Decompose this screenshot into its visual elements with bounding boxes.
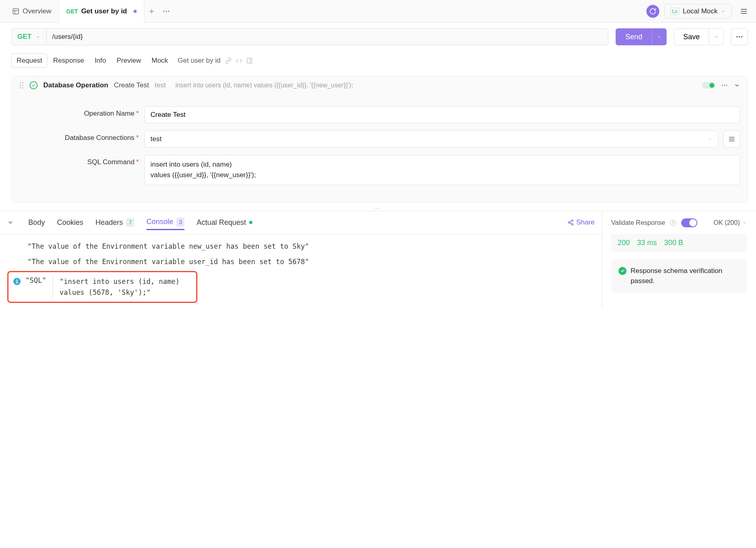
svg-point-13	[741, 36, 742, 37]
db-connections-value: test	[150, 135, 161, 143]
rtab-cookies[interactable]: Cookies	[57, 216, 83, 229]
method-select[interactable]: GET	[11, 28, 47, 45]
sub-tabs: Request Response Info Preview Mock Get u…	[0, 51, 756, 70]
check-icon	[30, 81, 38, 89]
chevron-down-icon	[707, 137, 712, 142]
subtab-response[interactable]: Response	[48, 54, 89, 68]
svg-line-31	[570, 221, 572, 222]
db-connections-menu-button[interactable]	[723, 131, 740, 148]
svg-point-12	[739, 36, 740, 37]
subtab-mock[interactable]: Mock	[147, 54, 173, 68]
send-button[interactable]: Send	[616, 28, 652, 45]
code-icon[interactable]	[236, 57, 242, 64]
link-icon[interactable]	[225, 57, 232, 64]
sync-button[interactable]	[646, 5, 659, 18]
tab-overview-label: Overview	[23, 7, 51, 15]
env-badge: Lo	[670, 8, 680, 15]
rtab-body[interactable]: Body	[28, 216, 45, 229]
operation-title: Database Operation	[43, 81, 108, 89]
response-stats: 200 33 ms 300 B	[611, 234, 747, 252]
svg-point-5	[163, 11, 165, 12]
info-icon: i	[13, 278, 21, 285]
rtab-console[interactable]: Console 3	[146, 215, 184, 230]
schema-verification: Response schema verification passed.	[611, 259, 747, 293]
add-tab-button[interactable]	[144, 4, 159, 19]
tab-more-button[interactable]	[159, 4, 174, 19]
db-connections-select[interactable]: test	[144, 131, 718, 148]
chevron-down-icon	[742, 220, 747, 225]
chevron-down-icon	[721, 9, 726, 14]
subtab-request[interactable]: Request	[11, 53, 47, 68]
tab-method: GET	[66, 8, 78, 15]
rtab-actual-request[interactable]: Actual Request	[197, 216, 252, 229]
rtab-headers[interactable]: Headers 7	[95, 216, 134, 229]
help-icon[interactable]: ?	[670, 220, 676, 226]
tab-overview[interactable]: Overview	[5, 0, 59, 23]
panel-icon[interactable]	[246, 57, 253, 64]
chevron-down-icon	[714, 34, 719, 39]
svg-point-24	[726, 85, 727, 86]
drag-icon[interactable]	[19, 82, 24, 89]
status-code: 200	[618, 239, 630, 247]
svg-point-11	[737, 36, 738, 37]
console-sql-body: "insert into users (id, name) values (56…	[59, 276, 180, 298]
hamburger-button[interactable]	[737, 4, 751, 19]
response-tabs: Body Cookies Headers 7 Console 3 Actual …	[0, 211, 602, 235]
svg-point-17	[22, 82, 23, 83]
tab-title: Get user by id	[81, 7, 127, 15]
env-name: Local Mock	[683, 7, 718, 15]
share-icon	[568, 219, 574, 226]
collapse-handle[interactable]: …	[0, 203, 756, 211]
request-bar: GET Send Save	[0, 23, 756, 51]
operation-subtitle: Create Test	[114, 81, 149, 89]
console-sql-label: "SQL"	[25, 276, 46, 284]
svg-rect-0	[13, 8, 19, 14]
subtab-preview[interactable]: Preview	[112, 54, 146, 68]
svg-point-18	[19, 85, 21, 86]
console-output: "The value of the Environment variable n…	[0, 235, 602, 309]
send-caret-button[interactable]	[652, 28, 667, 45]
layout-icon	[12, 8, 19, 15]
operation-toggle[interactable]	[702, 82, 715, 89]
svg-point-23	[724, 85, 725, 86]
sql-command-label: SQL Command*	[19, 155, 144, 166]
url-input[interactable]	[47, 28, 608, 45]
headers-count: 7	[126, 218, 134, 227]
breadcrumb: Get user by id	[178, 57, 220, 65]
console-line: "The value of the Environment variable n…	[0, 239, 602, 254]
operation-name-input[interactable]	[144, 106, 740, 123]
svg-point-19	[22, 85, 23, 86]
operation-more-button[interactable]	[721, 82, 728, 89]
check-icon	[618, 267, 627, 275]
status-select[interactable]: OK (200)	[714, 219, 747, 226]
sql-command-input[interactable]: insert into users (id, name) values ({{u…	[144, 155, 740, 185]
save-button[interactable]: Save	[674, 28, 709, 45]
svg-rect-14	[247, 58, 252, 63]
response-size: 300 B	[664, 239, 683, 247]
share-button[interactable]: Share	[568, 218, 595, 226]
unsaved-dot-icon	[133, 10, 137, 13]
response-collapse-button[interactable]	[7, 219, 14, 226]
operation-collapse-button[interactable]	[734, 82, 740, 89]
request-more-button[interactable]	[731, 28, 748, 45]
operation-name-label: Operation Name*	[19, 106, 144, 118]
svg-point-28	[572, 220, 573, 222]
validate-toggle[interactable]	[681, 218, 697, 227]
subtab-info[interactable]: Info	[90, 54, 111, 68]
environment-select[interactable]: Lo Local Mock	[664, 4, 732, 19]
tab-active[interactable]: GET Get user by id	[59, 0, 144, 23]
svg-point-16	[19, 82, 21, 83]
response-panel: Body Cookies Headers 7 Console 3 Actual …	[0, 211, 756, 309]
top-tabs-bar: Overview GET Get user by id Lo Local Moc…	[0, 0, 756, 23]
svg-line-32	[570, 223, 572, 224]
svg-point-6	[165, 11, 167, 12]
actual-request-dot-icon	[249, 221, 252, 224]
db-connections-label: Database Connections*	[19, 131, 144, 142]
save-caret-button[interactable]	[709, 28, 724, 45]
operation-badge: test	[155, 81, 165, 89]
svg-point-7	[168, 11, 169, 12]
console-count: 3	[176, 218, 184, 226]
console-line: "The value of the Environment variable u…	[0, 254, 602, 269]
operation-sql-preview: insert into users (id, name) values ({{u…	[176, 82, 353, 89]
svg-point-22	[722, 85, 723, 86]
